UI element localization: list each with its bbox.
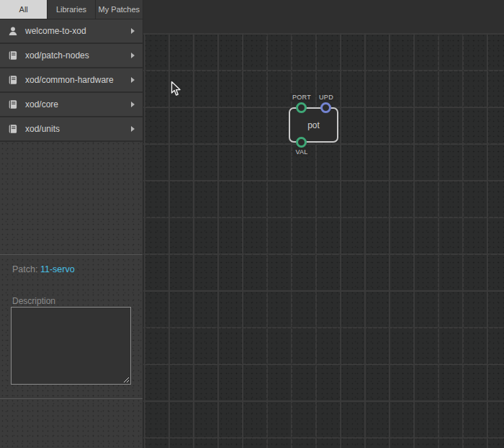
- user-icon: [8, 26, 18, 36]
- mouse-cursor: [171, 81, 181, 97]
- book-icon: [8, 124, 18, 134]
- list-item-label: xod/core: [25, 99, 58, 109]
- pin-label-upd: UPD: [317, 93, 336, 102]
- list-item-welcome-to-xod[interactable]: welcome-to-xod: [0, 19, 143, 44]
- tab-libraries[interactable]: Libraries: [48, 0, 95, 19]
- browser-tabs: All Libraries My Patches: [0, 0, 143, 19]
- list-item-xod-patch-nodes[interactable]: xod/patch-nodes: [0, 44, 143, 68]
- node-pot[interactable]: pot: [289, 107, 338, 143]
- pin-port[interactable]: [296, 102, 307, 113]
- node-label: pot: [307, 120, 320, 130]
- patch-canvas[interactable]: PORT UPD VAL pot: [143, 0, 504, 448]
- description-label: Description: [12, 296, 55, 306]
- pin-val[interactable]: [296, 137, 307, 148]
- chevron-right-icon: [131, 53, 135, 58]
- chevron-right-icon: [131, 28, 135, 34]
- pin-label-port: PORT: [290, 93, 313, 102]
- patch-info-panel: Patch: 11-servo Description: [0, 254, 143, 398]
- chevron-right-icon: [131, 126, 135, 132]
- list-item-label: welcome-to-xod: [25, 26, 86, 36]
- list-item-label: xod/common-hardware: [25, 75, 114, 85]
- book-icon: [8, 75, 18, 85]
- list-item-label: xod/units: [25, 124, 60, 134]
- list-item-xod-common-hardware[interactable]: xod/common-hardware: [0, 68, 143, 93]
- project-browser-sidebar: All Libraries My Patches welcome-to-xod: [0, 0, 143, 448]
- patch-title: Patch: 11-servo: [0, 255, 143, 274]
- pin-label-val: VAL: [293, 148, 310, 156]
- book-icon: [8, 50, 18, 61]
- list-item-xod-units[interactable]: xod/units: [0, 117, 143, 142]
- chevron-right-icon: [131, 102, 135, 107]
- list-item-label: xod/patch-nodes: [25, 50, 89, 61]
- tab-my-patches[interactable]: My Patches: [96, 0, 143, 19]
- book-icon: [8, 99, 18, 109]
- patch-label: Patch:: [12, 264, 37, 274]
- chevron-right-icon: [131, 77, 135, 83]
- description-textarea[interactable]: [11, 307, 131, 385]
- patch-name-link[interactable]: 11-servo: [40, 264, 75, 274]
- list-item-xod-core[interactable]: xod/core: [0, 93, 143, 117]
- pin-upd[interactable]: [320, 102, 331, 113]
- library-list: welcome-to-xod xod/patch-nodes: [0, 19, 143, 142]
- tab-all[interactable]: All: [0, 0, 48, 19]
- sidebar-footer: [0, 398, 143, 448]
